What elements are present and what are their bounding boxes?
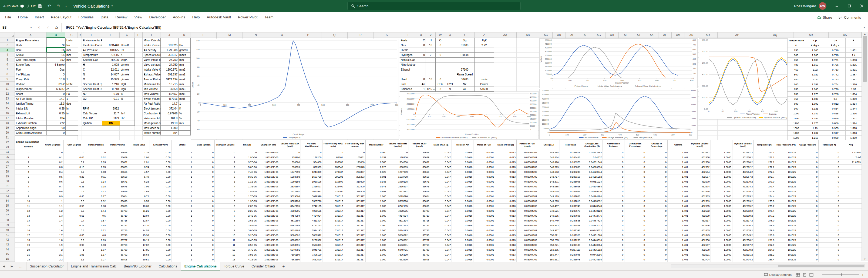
cell[interactable]: 278.0 bbox=[754, 218, 775, 223]
cell[interactable]: 0.047 bbox=[430, 238, 452, 243]
cell[interactable]: 0.83304702 bbox=[516, 155, 538, 160]
cell[interactable]: 273.15 bbox=[102, 53, 120, 58]
cell[interactable]: 0 bbox=[193, 150, 215, 155]
cell[interactable]: 24.750 bbox=[161, 58, 179, 62]
cell[interactable]: 0 bbox=[818, 194, 840, 199]
cell[interactable]: 0.35 bbox=[63, 184, 85, 189]
cell[interactable]: 5524193 bbox=[279, 228, 301, 233]
cell[interactable]: 0 bbox=[818, 165, 840, 170]
cell[interactable]: 1 bbox=[42, 199, 64, 204]
cell[interactable]: 2.08 bbox=[128, 155, 150, 160]
cell[interactable]: 2.8E-05 bbox=[236, 223, 258, 228]
cell[interactable]: 0.287048 bbox=[560, 252, 581, 257]
horizontal-scroll-thumb[interactable] bbox=[778, 265, 865, 267]
cell[interactable]: 550.385 bbox=[538, 247, 560, 252]
row-header-13[interactable]: 13 bbox=[0, 96, 14, 101]
cell[interactable]: 101325 bbox=[775, 179, 797, 184]
cell[interactable]: 432557.2 bbox=[732, 150, 754, 155]
cell[interactable]: 0 bbox=[646, 252, 668, 257]
cell[interactable]: 0 bbox=[624, 243, 646, 247]
cell[interactable]: 0.047 bbox=[430, 150, 452, 155]
cell[interactable]: 1.401 bbox=[667, 150, 689, 155]
cell[interactable]: 300 bbox=[787, 53, 805, 58]
cell[interactable]: 432635 bbox=[689, 228, 711, 233]
cell[interactable]: 3385796 bbox=[279, 199, 301, 204]
cell[interactable]: 278.9 bbox=[754, 223, 775, 228]
cell[interactable]: 1.387 bbox=[845, 72, 862, 77]
cell[interactable]: 0 bbox=[797, 189, 818, 194]
cell[interactable]: 0.0001 bbox=[473, 174, 495, 179]
cell[interactable]: 0.047 bbox=[430, 228, 452, 233]
cell[interactable]: 0.0001 bbox=[473, 189, 495, 194]
column-header-H[interactable]: H bbox=[134, 32, 143, 37]
row-header-27[interactable]: 27 bbox=[0, 164, 14, 169]
cell[interactable]: 273.4 bbox=[754, 184, 775, 189]
cell[interactable]: 432626.2 bbox=[732, 223, 754, 228]
cell[interactable]: 1.003 bbox=[805, 48, 825, 53]
cell[interactable]: 1.0000 bbox=[711, 233, 732, 238]
cell[interactable]: Ideal Gas Constant bbox=[82, 43, 102, 48]
cell[interactable]: 1.0000 bbox=[711, 165, 732, 170]
cell[interactable]: 0.720 bbox=[365, 165, 387, 170]
cell[interactable]: 1.324 bbox=[845, 121, 862, 126]
cell[interactable]: 1.401 bbox=[667, 199, 689, 204]
cell[interactable]: 0 bbox=[624, 155, 646, 160]
cell[interactable] bbox=[120, 102, 135, 106]
share-button[interactable]: Share bbox=[817, 16, 832, 20]
cell[interactable]: 0.05 bbox=[63, 155, 85, 160]
cell[interactable]: 1 bbox=[15, 155, 42, 160]
cell[interactable]: 1.395 bbox=[845, 62, 862, 67]
cell[interactable]: 0 bbox=[797, 228, 818, 233]
cell[interactable]: 0 bbox=[646, 233, 668, 238]
cell[interactable]: 0.00 bbox=[150, 257, 172, 262]
cell[interactable]: 101325 bbox=[775, 247, 797, 252]
cell[interactable]: 890999 bbox=[279, 165, 301, 170]
cell[interactable]: 36668 bbox=[409, 174, 430, 179]
cell[interactable]: 1.401 bbox=[667, 243, 689, 247]
cell[interactable]: 331317 bbox=[322, 204, 344, 208]
cell[interactable]: 1.6 bbox=[42, 228, 64, 233]
cell[interactable]: 0.44 bbox=[85, 208, 107, 213]
cell[interactable]: 0 bbox=[603, 170, 624, 174]
cell[interactable]: 1.86168E-06 bbox=[258, 243, 279, 247]
cell[interactable]: 3 bbox=[214, 174, 236, 179]
column-header-AS[interactable]: AS bbox=[829, 32, 862, 37]
minimize-button[interactable] bbox=[831, 0, 843, 12]
cell[interactable]: 0.9 bbox=[63, 238, 85, 243]
cell[interactable]: 0.0001 bbox=[473, 218, 495, 223]
cell[interactable]: 0 bbox=[818, 233, 840, 238]
column-header-AK[interactable]: AK bbox=[645, 32, 658, 37]
cell[interactable]: 36792 bbox=[107, 252, 128, 257]
cell[interactable]: Air bbox=[416, 82, 426, 87]
cell[interactable]: Stroke bbox=[15, 53, 47, 58]
cell[interactable]: 36780 bbox=[409, 247, 430, 252]
cell[interactable]: 0.04424608 bbox=[581, 257, 603, 262]
cell[interactable]: 36792 bbox=[409, 252, 430, 257]
cell[interactable]: 0.991 bbox=[365, 189, 387, 194]
cell[interactable]: 0.0001 bbox=[473, 233, 495, 238]
cell[interactable]: 0 bbox=[236, 150, 258, 155]
cell[interactable] bbox=[840, 247, 862, 252]
cell[interactable]: 0.287958 bbox=[560, 189, 581, 194]
cell[interactable]: 0.013 bbox=[495, 170, 517, 174]
cell[interactable] bbox=[445, 48, 455, 53]
cell[interactable] bbox=[416, 62, 426, 67]
cell[interactable]: 432558.2 bbox=[732, 155, 754, 160]
column-header-P[interactable]: P bbox=[295, 32, 321, 37]
cell[interactable]: mm/s bbox=[474, 77, 494, 82]
cell[interactable]: 0 bbox=[818, 228, 840, 233]
cell[interactable]: 1 bbox=[172, 174, 193, 179]
cell[interactable]: 0 bbox=[603, 204, 624, 208]
cell[interactable]: Ignition Timing bbox=[15, 102, 47, 106]
cell[interactable]: 1960198 bbox=[301, 179, 322, 184]
cell[interactable]: 3385796 bbox=[387, 199, 409, 204]
cell[interactable]: 36658 bbox=[409, 150, 430, 155]
cell[interactable]: 331317 bbox=[344, 218, 366, 223]
cell[interactable]: 101325 bbox=[775, 228, 797, 233]
cell[interactable]: N bbox=[82, 72, 102, 77]
cell[interactable] bbox=[426, 62, 436, 67]
cell[interactable]: 1.318 bbox=[845, 126, 862, 131]
cell[interactable]: 1.4 bbox=[42, 218, 64, 223]
cell[interactable]: 1.344 bbox=[845, 106, 862, 111]
cell[interactable]: 0.973 bbox=[365, 184, 387, 189]
